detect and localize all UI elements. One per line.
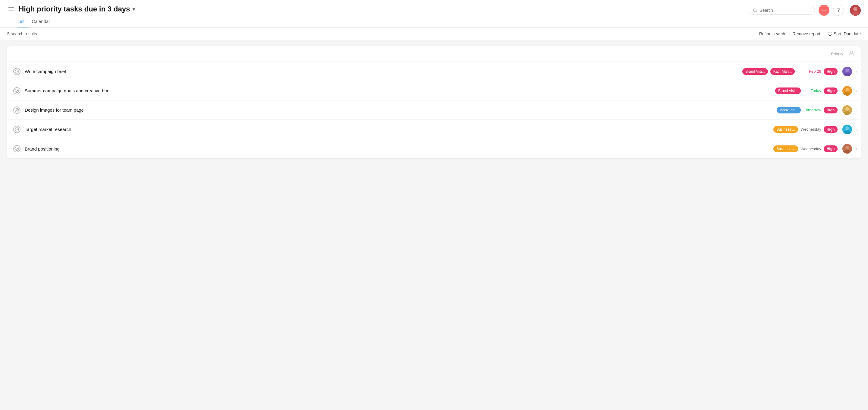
results-count: 5 search results <box>7 31 37 36</box>
table-header: Priority <box>7 46 861 62</box>
title-dropdown-icon[interactable]: ▾ <box>132 6 135 12</box>
task-due-3: Tomorrow <box>803 108 821 112</box>
svg-point-12 <box>845 88 849 91</box>
task-name-5: Brand positioning <box>25 146 773 151</box>
page-title: High priority tasks due in 3 days ▾ <box>19 5 135 13</box>
priority-col-header: Priority <box>831 52 843 56</box>
task-chevron-5[interactable]: › <box>856 146 857 151</box>
task-name-4: Target market research <box>25 127 773 132</box>
tabs: List Calendar <box>18 16 135 27</box>
task-tag-5-1[interactable]: Business ... <box>773 145 798 152</box>
header: High priority tasks due in 3 days ▾ List… <box>0 0 868 28</box>
table-row: Brand positioning Business ... Wednesday… <box>7 139 861 158</box>
refine-search-button[interactable]: Refine search <box>759 31 785 36</box>
task-checkbox-2[interactable] <box>13 87 21 94</box>
main-content: Priority Write campaign brief Brand Visi… <box>0 40 868 165</box>
task-avatar-3[interactable] <box>842 105 852 115</box>
svg-point-16 <box>845 107 849 111</box>
task-name-3: Design images for team page <box>25 108 777 113</box>
task-meta-3: Inbox: de... Tomorrow High › <box>777 105 857 115</box>
svg-point-6 <box>15 70 19 73</box>
table-row: Target market research Business ... Wedn… <box>7 120 861 139</box>
task-chevron-4[interactable]: › <box>856 127 857 132</box>
task-avatar-1[interactable] <box>842 67 852 76</box>
sort-icon <box>828 31 832 36</box>
tab-calendar[interactable]: Calendar <box>32 16 55 27</box>
task-chevron-1[interactable]: › <box>856 69 857 74</box>
task-meta-4: Business ... Wednesday High › <box>773 125 857 134</box>
user-avatar[interactable] <box>850 5 861 16</box>
task-table: Priority Write campaign brief Brand Visi… <box>7 46 861 158</box>
task-tag-4-1[interactable]: Business ... <box>773 126 798 133</box>
svg-point-14 <box>15 108 19 112</box>
task-chevron-3[interactable]: › <box>856 108 857 113</box>
task-avatar-2[interactable] <box>842 86 852 96</box>
svg-point-20 <box>845 126 849 130</box>
add-button[interactable]: + <box>818 5 830 16</box>
task-checkbox-4[interactable] <box>13 126 21 133</box>
task-priority-1: High <box>824 68 838 75</box>
svg-point-3 <box>853 7 858 11</box>
task-tag-1-1[interactable]: Brand Visi... <box>742 68 768 75</box>
task-avatar-5[interactable] <box>842 144 852 153</box>
task-checkbox-3[interactable] <box>13 107 21 114</box>
task-priority-3: High <box>824 107 838 113</box>
table-row: Summer campaign goals and creative brief… <box>7 81 861 100</box>
table-row: Write campaign brief Brand Visi... Kat :… <box>7 62 861 81</box>
svg-point-5 <box>850 51 852 53</box>
remove-report-button[interactable]: Remove report <box>792 31 820 36</box>
svg-point-10 <box>15 89 19 93</box>
task-meta-1: Brand Visi... Kat : Mari... ··· Feb 28 H… <box>742 67 857 76</box>
task-priority-2: High <box>824 87 838 94</box>
task-tag-2-1[interactable]: Brand Visi... <box>775 87 801 94</box>
task-checkbox-5[interactable] <box>13 145 21 152</box>
task-priority-4: High <box>824 126 838 133</box>
subheader: 5 search results Refine search Remove re… <box>0 28 868 40</box>
subheader-actions: Refine search Remove report Sort: Due da… <box>759 31 861 36</box>
task-name-2: Summer campaign goals and creative brief <box>25 88 775 93</box>
header-right: + ? <box>749 5 861 21</box>
svg-point-24 <box>845 146 849 149</box>
task-chevron-2[interactable]: › <box>856 88 857 93</box>
task-tag-1-2[interactable]: Kat : Mari... <box>770 68 795 75</box>
search-icon <box>753 8 757 13</box>
menu-button[interactable] <box>7 6 15 12</box>
task-meta-5: Business ... Wednesday High › <box>773 144 857 153</box>
sort-button[interactable]: Sort: Due date <box>828 31 861 36</box>
task-meta-2: Brand Visi... Today High › <box>775 86 857 96</box>
search-bar[interactable] <box>749 6 815 15</box>
svg-line-1 <box>756 11 757 12</box>
svg-point-22 <box>15 147 19 150</box>
table-row: Design images for team page Inbox: de...… <box>7 100 861 120</box>
task-due-5: Wednesday <box>801 147 821 151</box>
task-more-1[interactable]: ··· <box>797 69 801 74</box>
header-top: High priority tasks due in 3 days ▾ <box>7 5 135 13</box>
task-checkbox-1[interactable] <box>13 68 21 75</box>
task-due-4: Wednesday <box>801 127 821 131</box>
task-due-2: Today <box>803 88 821 93</box>
svg-point-8 <box>845 68 849 72</box>
svg-point-18 <box>15 127 19 131</box>
task-name-1: Write campaign brief <box>25 69 742 74</box>
header-left: High priority tasks due in 3 days ▾ List… <box>7 5 135 27</box>
task-due-1: Feb 28 <box>803 69 821 74</box>
task-avatar-4[interactable] <box>842 125 852 134</box>
task-priority-5: High <box>824 145 838 152</box>
search-input[interactable] <box>760 8 810 13</box>
tab-list[interactable]: List <box>18 16 29 27</box>
help-button[interactable]: ? <box>833 5 844 16</box>
assignee-col-header-icon <box>848 50 855 58</box>
task-tag-3-1[interactable]: Inbox: de... <box>777 107 801 113</box>
